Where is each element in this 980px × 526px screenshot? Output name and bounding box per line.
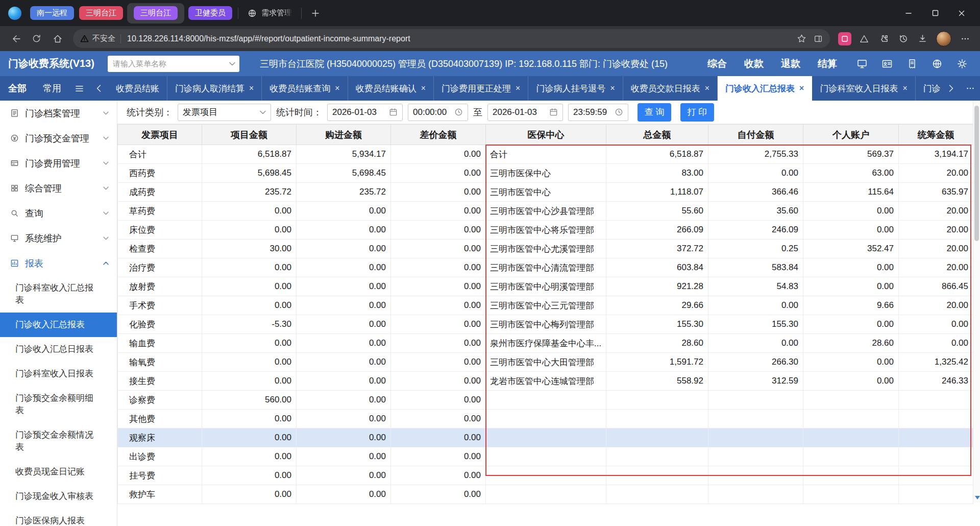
table-row[interactable]: 手术费0.000.000.00三明市医管中心三元管理部29.660.009.66… (118, 296, 973, 315)
table-row[interactable]: 治疗费0.000.000.00三明市医管中心清流管理部603.84583.840… (118, 258, 973, 277)
sidebar-item[interactable]: 收费员现金日记账 (0, 460, 117, 484)
sidebar-item[interactable]: 门诊预交金余额情况表 (0, 423, 117, 460)
menu-list-icon[interactable] (69, 76, 89, 101)
table-row[interactable]: 合计6,518.875,934.170.00合计6,518.872,755.33… (118, 145, 973, 164)
quick-link[interactable]: 退款 (781, 57, 800, 70)
sidebar-item[interactable]: 门诊收入汇总报表 (0, 313, 117, 337)
calendar-icon[interactable] (549, 108, 558, 116)
table-row[interactable]: 接生费0.000.000.00龙岩市医管中心连城管理部558.92312.590… (118, 372, 973, 391)
table-row[interactable]: 救护车0.000.000.00 (118, 485, 973, 504)
more-menu-icon[interactable] (957, 30, 974, 47)
scroll-left-icon[interactable] (89, 76, 108, 101)
app-tab[interactable]: 门诊科室收入日报表× (812, 76, 915, 101)
quick-link[interactable]: 收款 (744, 57, 764, 70)
history-icon[interactable] (894, 30, 912, 47)
home-button[interactable] (48, 29, 67, 48)
date-to-input[interactable]: 2026-01-03 (487, 104, 563, 121)
receipt-icon[interactable] (906, 58, 918, 69)
tab-close-icon[interactable]: × (705, 84, 709, 93)
sidebar-item[interactable]: 门诊预交金余额明细表 (0, 386, 117, 423)
menu-search-input[interactable] (113, 59, 229, 68)
back-button[interactable] (6, 29, 25, 48)
app-tab[interactable]: 门诊病人挂号退号× (528, 76, 623, 101)
table-row[interactable]: 挂号费0.000.000.00 (118, 466, 973, 485)
table-row[interactable]: 西药费5,698.455,698.450.00三明市医保中心83.000.006… (118, 164, 973, 183)
table-row[interactable]: 输血费0.000.000.00泉州市医疗保障基金中心丰...28.600.002… (118, 334, 973, 353)
sidebar-group[interactable]: 综合管理 (0, 176, 117, 201)
sidebar-group[interactable]: 门诊费用管理 (0, 151, 117, 176)
collections-icon[interactable] (814, 34, 823, 43)
tabs-more-icon[interactable] (961, 76, 980, 101)
chevron-down-icon[interactable] (229, 62, 235, 66)
table-row[interactable]: 输氧费0.000.000.00三明市医管中心大田管理部1,591.72266.3… (118, 353, 973, 372)
browser-tab-group[interactable]: 卫健委员 (188, 6, 232, 20)
settings-gear-icon[interactable] (957, 58, 968, 69)
sidebar-group[interactable]: 报表 (0, 251, 117, 276)
date-from-input[interactable]: 2026-01-03 (327, 104, 403, 121)
table-row[interactable]: 化验费-5.300.000.00三明市医管中心梅列管理部155.30155.30… (118, 315, 973, 334)
browser-tab-group[interactable]: 三明台江 (79, 6, 123, 20)
new-tab-button[interactable] (307, 5, 324, 22)
table-row[interactable]: 床位费0.000.000.00三明市医管中心将乐管理部266.09246.090… (118, 221, 973, 240)
table-row[interactable]: 草药费0.000.000.00三明市医管中心沙县管理部55.6035.600.0… (118, 202, 973, 221)
tab-close-icon[interactable]: × (421, 84, 426, 93)
refresh-button[interactable] (27, 29, 46, 48)
extensions-puzzle-icon[interactable] (875, 30, 892, 47)
sidebar-item[interactable]: 门诊科室收入汇总报表 (0, 276, 117, 313)
sidebar-item[interactable]: 门诊科室收入日报表 (0, 362, 117, 386)
tab-close-icon[interactable]: × (610, 84, 615, 93)
browser-tab[interactable]: 需求管理 (241, 8, 298, 18)
sidebar-group[interactable]: 查询 (0, 201, 117, 226)
table-row[interactable]: 其他费0.000.000.00 (118, 410, 973, 428)
profile-avatar[interactable] (936, 31, 951, 46)
download-icon[interactable] (914, 30, 931, 47)
vertical-scrollbar[interactable] (973, 101, 980, 503)
quick-link[interactable]: 综合 (707, 57, 727, 70)
minimize-button[interactable] (895, 0, 922, 26)
tab-close-icon[interactable]: × (902, 84, 907, 93)
globe-sync-icon[interactable] (932, 58, 943, 69)
table-row[interactable]: 诊察费560.000.000.00 (118, 391, 973, 410)
clock-icon[interactable] (615, 108, 623, 116)
app-tab[interactable]: 门诊费用更正处理× (434, 76, 528, 101)
table-row[interactable]: 检查费30.000.000.00三明市医管中心尤溪管理部372.720.2535… (118, 240, 973, 258)
scroll-right-icon[interactable] (941, 76, 961, 101)
sidebar-item[interactable]: 门诊收入汇总日报表 (0, 337, 117, 362)
app-tab[interactable]: 收费员交款日报表× (623, 76, 718, 101)
app-tab[interactable]: 门诊日收入报表 (916, 76, 941, 101)
sidebar-item[interactable]: 门诊现金收入审核表 (0, 484, 117, 509)
clock-icon[interactable] (454, 108, 463, 116)
extension-icon-pink[interactable] (836, 30, 853, 47)
tab-close-icon[interactable]: × (249, 84, 254, 93)
tab-filter-all[interactable]: 全部 (0, 76, 35, 101)
browser-tab-group[interactable]: 南一远程 (30, 6, 74, 20)
table-row[interactable]: 成药费235.72235.720.00三明市医管中心1,118.07366.46… (118, 183, 973, 202)
app-tab[interactable]: 门诊收入汇总报表× (718, 76, 812, 101)
time-from-input[interactable]: 00:00:00 (408, 104, 468, 121)
tab-filter-common[interactable]: 常用 (35, 76, 69, 101)
app-tab[interactable]: 收费员结账确认× (348, 76, 434, 101)
app-tab[interactable]: 收费员结账查询× (262, 76, 348, 101)
browser-active-tab[interactable]: 三明台江 (127, 3, 184, 23)
id-card-icon[interactable] (881, 58, 893, 69)
browser-tab-group[interactable]: 三明台江 (134, 6, 178, 20)
tab-close-icon[interactable]: × (335, 84, 339, 93)
table-row[interactable]: 观察床0.000.000.00 (118, 428, 973, 447)
table-row[interactable]: 出诊费0.000.000.00 (118, 447, 973, 466)
tab-close-icon[interactable]: × (516, 84, 520, 93)
scrollbar-down-arrow[interactable] (975, 496, 980, 499)
sidebar-group[interactable]: 门诊档案管理 (0, 101, 117, 126)
address-bar[interactable]: 不安全 10.128.226.114:8000/his-mzsf/app/#/r… (73, 29, 830, 48)
scrollbar-thumb[interactable] (974, 106, 979, 241)
stat-category-select[interactable]: 发票项目 (178, 104, 271, 121)
print-button[interactable]: 打 印 (680, 103, 714, 122)
app-tab[interactable]: 门诊病人取消结算× (167, 76, 262, 101)
table-row[interactable]: 放射费0.000.000.00三明市医管中心明溪管理部921.2854.830.… (118, 277, 973, 296)
maximize-button[interactable] (922, 0, 948, 26)
sidebar-group[interactable]: 门诊预交金管理 (0, 126, 117, 151)
extension-icon-triangle[interactable] (855, 30, 873, 47)
sidebar-group[interactable]: 系统维护 (0, 226, 117, 251)
time-to-input[interactable]: 23:59:59 (568, 104, 628, 121)
sidebar-item[interactable]: 门诊医保病人报表 (0, 509, 117, 526)
calendar-icon[interactable] (389, 108, 398, 116)
